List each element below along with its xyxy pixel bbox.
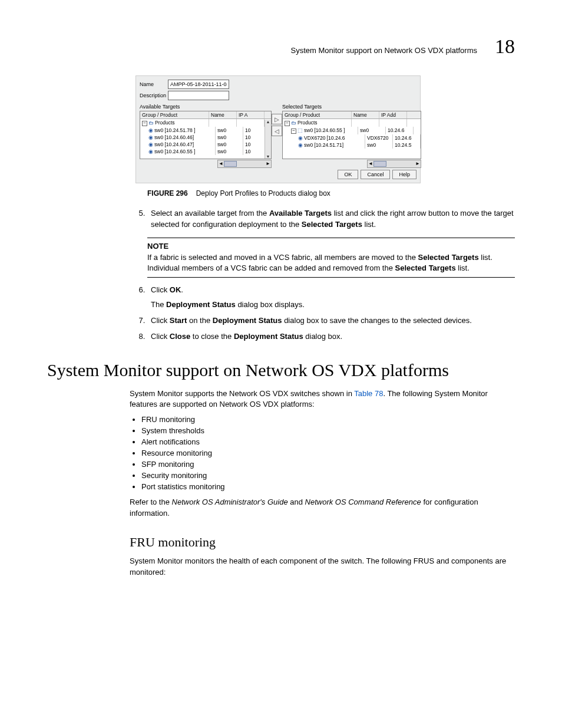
- list-item: System thresholds: [141, 426, 515, 435]
- description-label: Description: [140, 93, 168, 98]
- name-label: Name: [140, 81, 168, 87]
- step-8: Click Close to close the Deployment Stat…: [147, 331, 515, 342]
- deploy-dialog: Name Description Available Targets Group…: [135, 75, 421, 183]
- cancel-button[interactable]: Cancel: [361, 170, 390, 179]
- list-item: Resource monitoring: [141, 449, 515, 457]
- arrow-left-icon: ◁: [275, 128, 279, 134]
- list-item: SFP monitoring: [141, 460, 515, 469]
- note: NOTE If a fabric is selected and moved i…: [147, 238, 515, 278]
- table-row[interactable]: −🗀Products: [140, 119, 271, 127]
- col-name: Name: [209, 111, 237, 118]
- available-targets-table[interactable]: Group / Product Name IP A −🗀Products◉sw0…: [140, 111, 272, 159]
- page-header-title: System Monitor support on Network OS VDX…: [291, 46, 477, 55]
- list-item: Security monitoring: [141, 471, 515, 480]
- fru-paragraph: System Monitor monitors the health of ea…: [130, 556, 515, 578]
- table-row[interactable]: −🗀Products: [283, 119, 421, 127]
- step-6: Click OK. The Deployment Status dialog b…: [147, 285, 515, 311]
- list-item: Port statistics monitoring: [141, 482, 515, 491]
- selected-targets-title: Selected Targets: [282, 104, 421, 110]
- table-row[interactable]: ◉sw0 [10.24.51.71]sw010.24.5: [283, 141, 421, 149]
- chapter-number: 18: [495, 35, 515, 58]
- help-button[interactable]: Help: [392, 170, 416, 179]
- arrow-right-icon: ▷: [275, 116, 279, 123]
- ok-button[interactable]: OK: [338, 170, 358, 179]
- list-item: FRU monitoring: [141, 415, 515, 424]
- step-7: Click Start on the Deployment Status dia…: [147, 315, 515, 327]
- table-row[interactable]: ◉sw0 [10.24.60.47]sw010: [140, 141, 271, 148]
- move-right-button[interactable]: ▷: [272, 114, 282, 124]
- section-heading: System Monitor support on Network OS VDX…: [47, 360, 515, 380]
- col-group-product: Group / Product: [283, 111, 352, 118]
- figure-caption: FIGURE 296Deploy Port Profiles to Produc…: [147, 189, 515, 197]
- step-5: Select an available target from the Avai…: [147, 208, 515, 230]
- scrollbar-h-left[interactable]: ◄►: [217, 160, 272, 168]
- table-78-link[interactable]: Table 78: [354, 389, 383, 398]
- scrollbar-v[interactable]: ▲▼: [265, 120, 271, 159]
- features-list: FRU monitoringSystem thresholdsAlert not…: [130, 415, 515, 491]
- table-row[interactable]: ◉sw0 [10.24.60.55 ]sw010: [140, 148, 271, 155]
- table-row[interactable]: ◉sw0 [10.24.60.46]sw010: [140, 134, 271, 141]
- fru-heading: FRU monitoring: [130, 535, 515, 550]
- move-left-button[interactable]: ◁: [272, 126, 282, 136]
- intro-paragraph: System Monitor supports the Network OS V…: [130, 388, 515, 411]
- table-row[interactable]: ◉VDX6720 [10.24.6VDX672010.24.6: [283, 134, 421, 141]
- col-ip: IP Add: [379, 111, 407, 118]
- refer-paragraph: Refer to the Network OS Administrator's …: [130, 497, 515, 519]
- col-group-product: Group / Product: [140, 111, 209, 118]
- table-row[interactable]: −⬚sw0 [10.24.60.55 ]sw010.24.6: [283, 127, 421, 134]
- selected-targets-table[interactable]: Group / Product Name IP Add −🗀Products−⬚…: [282, 111, 421, 159]
- name-field[interactable]: [168, 80, 229, 89]
- list-item: Alert notifications: [141, 437, 515, 446]
- col-name: Name: [352, 111, 379, 118]
- description-field[interactable]: [168, 91, 229, 100]
- available-targets-title: Available Targets: [140, 104, 272, 110]
- col-ip: IP A: [237, 111, 265, 118]
- scrollbar-h-right[interactable]: ◄►: [367, 160, 421, 168]
- table-row[interactable]: ◉sw0 [10.24.51.78 ]sw010: [140, 127, 271, 134]
